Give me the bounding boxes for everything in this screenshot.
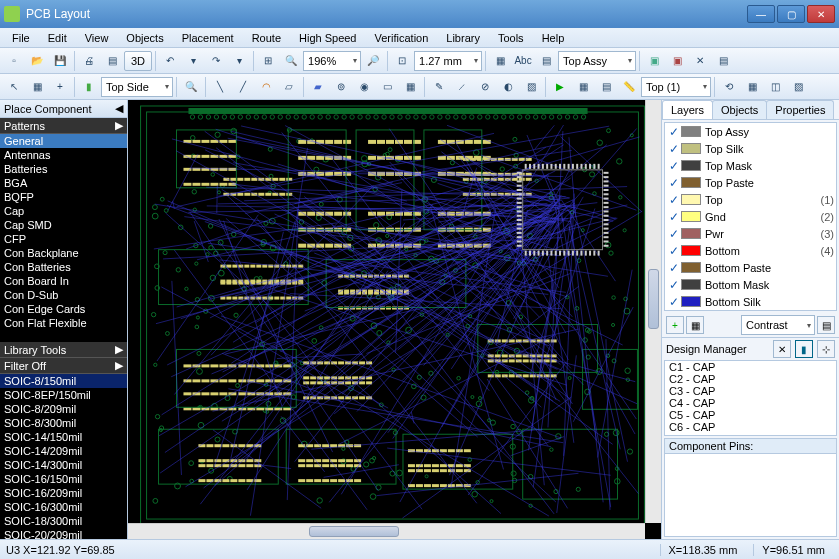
layer-props-icon[interactable]: ▦ [686,316,704,334]
part-item[interactable]: SOIC-8/300mil [0,416,127,430]
layer-visible-icon[interactable]: ✓ [667,244,681,258]
category-item[interactable]: Con Board In [0,274,127,288]
tool-z-icon[interactable]: ▨ [787,76,809,98]
netlist-icon[interactable]: ▣ [666,50,688,72]
via2-icon[interactable]: ◉ [353,76,375,98]
layer-row[interactable]: ✓ Bottom (4) [665,242,836,259]
layer-visible-icon[interactable]: ✓ [667,210,681,224]
part-item[interactable]: SOIC-8/209mil [0,402,127,416]
grid-dropdown[interactable]: 1.27 mm [414,51,482,71]
layer-visible-icon[interactable]: ✓ [667,295,681,309]
open-icon[interactable]: 📂 [26,50,48,72]
new-icon[interactable]: ▫ [3,50,25,72]
dm-filter-icon[interactable]: ✕ [773,340,791,358]
find-icon[interactable]: 🔍 [180,76,202,98]
layer-row[interactable]: ✓ Top Silk [665,140,836,157]
layer-color-swatch[interactable] [681,262,701,273]
menu-tools[interactable]: Tools [490,30,532,46]
menu-edit[interactable]: Edit [40,30,75,46]
tool-y-icon[interactable]: ◫ [764,76,786,98]
component-item[interactable]: C1 - CAP [665,361,836,373]
layer-visible-icon[interactable]: ✓ [667,142,681,156]
poly-icon[interactable]: ▱ [278,76,300,98]
dm-net-icon[interactable]: ⊹ [817,340,835,358]
3d-button[interactable]: 3D [124,51,152,71]
tool-x-icon[interactable]: ▦ [741,76,763,98]
layer-color-swatch[interactable] [681,194,701,205]
contrast-dropdown[interactable]: Contrast [741,315,815,335]
grid-icon[interactable]: ▦ [399,76,421,98]
fill-icon[interactable]: ▰ [307,76,329,98]
print-icon[interactable]: 🖨 [78,50,100,72]
canvas-scrollbar-h[interactable] [128,523,645,539]
minimize-button[interactable]: — [747,5,775,23]
part-item[interactable]: SOIC-16/209mil [0,486,127,500]
tab-properties[interactable]: Properties [766,100,834,119]
tool-a-icon[interactable]: ✎ [428,76,450,98]
part-item[interactable]: SOIC-14/300mil [0,458,127,472]
menu-help[interactable]: Help [534,30,573,46]
layer-display-dropdown[interactable]: Top Assy [558,51,636,71]
side-dropdown[interactable]: Top Side [101,77,173,97]
menu-objects[interactable]: Objects [118,30,171,46]
patterns-section[interactable]: Patterns▶ [0,118,127,134]
library-tools-section[interactable]: Library Tools▶ [0,342,127,358]
layer-stack-icon[interactable]: ▤ [595,76,617,98]
maximize-button[interactable]: ▢ [777,5,805,23]
line-icon[interactable]: ╱ [232,76,254,98]
part-item[interactable]: SOIC-8EP/150mil [0,388,127,402]
component-item[interactable]: C5 - CAP [665,409,836,421]
tool-b-icon[interactable]: ⟋ [451,76,473,98]
category-item[interactable]: Antennas [0,148,127,162]
category-item[interactable]: Con D-Sub [0,288,127,302]
layer-row[interactable]: ✓ Gnd (2) [665,208,836,225]
menu-highspeed[interactable]: High Speed [291,30,365,46]
undo-drop-icon[interactable]: ▾ [182,50,204,72]
filter-section[interactable]: Filter Off▶ [0,358,127,374]
layer-color-swatch[interactable] [681,177,701,188]
layer-visible-icon[interactable]: ✓ [667,159,681,173]
menu-file[interactable]: File [4,30,38,46]
part-item[interactable]: SOIC-14/209mil [0,444,127,458]
layer-color-swatch[interactable] [681,296,701,307]
layer-row[interactable]: ✓ Pwr (3) [665,225,836,242]
layer-color-swatch[interactable] [681,143,701,154]
tab-layers[interactable]: Layers [662,100,713,119]
layer-row[interactable]: ✓ Top Assy [665,123,836,140]
component-item[interactable]: C4 - CAP [665,397,836,409]
add-layer-icon[interactable]: + [666,316,684,334]
sim-icon[interactable]: ▦ [572,76,594,98]
layer-color-swatch[interactable] [681,279,701,290]
layer-opts-icon[interactable]: ▤ [817,316,835,334]
menu-route[interactable]: Route [244,30,289,46]
grid-snap-icon[interactable]: ⊡ [391,50,413,72]
category-item[interactable]: BGA [0,176,127,190]
component-list[interactable]: C1 - CAPC2 - CAPC3 - CAPC4 - CAPC5 - CAP… [664,360,837,436]
layer-color-swatch[interactable] [681,245,701,256]
save-icon[interactable]: 💾 [49,50,71,72]
zoom-out-icon[interactable]: 🔎 [362,50,384,72]
run-icon[interactable]: ▶ [549,76,571,98]
text-icon[interactable]: Abc [512,50,534,72]
component-item[interactable]: C6 - CAP [665,421,836,433]
component-item[interactable]: C7 - CAP [665,433,836,436]
tool-d-icon[interactable]: ◐ [497,76,519,98]
layer-visible-icon[interactable]: ✓ [667,261,681,275]
category-item[interactable]: Con Batteries [0,260,127,274]
tool-e-icon[interactable]: ▨ [520,76,542,98]
redo-icon[interactable]: ↷ [205,50,227,72]
part-item[interactable]: SOIC-16/300mil [0,500,127,514]
pcb-canvas[interactable] [128,100,661,539]
part-item[interactable]: SOIC-16/150mil [0,472,127,486]
category-item[interactable]: BQFP [0,190,127,204]
route-icon[interactable]: ╲ [209,76,231,98]
check-icon[interactable]: ✕ [689,50,711,72]
component-item[interactable]: C3 - CAP [665,385,836,397]
component-item[interactable]: C2 - CAP [665,373,836,385]
layer-visible-icon[interactable]: ✓ [667,278,681,292]
place-component-icon[interactable]: ▮ [78,76,100,98]
layer-dropdown[interactable]: Top (1) [641,77,711,97]
rect-icon[interactable]: ▭ [376,76,398,98]
category-item[interactable]: Cap [0,204,127,218]
layer-visible-icon[interactable]: ✓ [667,193,681,207]
